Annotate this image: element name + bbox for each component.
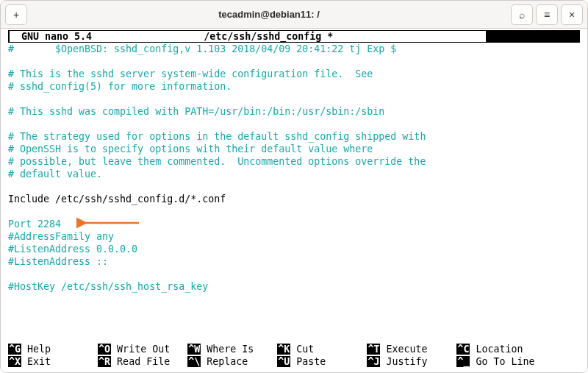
editor-line[interactable] [8,55,580,68]
shortcut-row: ^G Help ^O Write Out ^W Where Is ^K Cut … [8,343,580,355]
window-titlebar: + tecadmin@debian11: / ⌕ ≡ × [1,1,587,29]
shortcut-label: Exit [21,356,98,367]
editor-line[interactable]: # This is the sshd server system-wide co… [8,68,580,80]
shortcut-key: ^_ [456,356,470,367]
editor-content[interactable]: # $OpenBSD: sshd_config,v 1.103 2018/04/… [8,43,580,293]
editor-line[interactable]: # The strategy used for options in the d… [8,130,580,143]
new-tab-button[interactable]: + [5,4,27,25]
shortcut-key: ^U [277,356,290,367]
shortcut-label: Where Is [201,344,277,355]
editor-line[interactable]: # possible, but leave them commented. Un… [8,155,580,168]
editor-line[interactable]: # $OpenBSD: sshd_config,v 1.103 2018/04/… [8,43,580,55]
nano-shortcut-bar: ^G Help ^O Write Out ^W Where Is ^K Cut … [8,343,580,368]
shortcut-label: Execute [380,344,456,355]
shortcut-label: Go To Line [470,356,546,367]
nano-file-label: /etc/ssh/sshd_config * [204,31,333,42]
editor-line[interactable]: #ListenAddress 0.0.0.0 [8,243,580,255]
shortcut-key: ^G [8,344,21,355]
menu-button[interactable]: ≡ [536,4,558,25]
editor-line[interactable]: #HostKey /etc/ssh/ssh_host_rsa_key [8,280,580,293]
editor-line[interactable]: Include /etc/ssh/sshd_config.d/*.conf [8,193,580,205]
nano-header: GNU nano 5.4 /etc/ssh/sshd_config * [8,30,580,43]
shortcut-key: ^W [187,344,201,355]
shortcut-label: Cut [290,344,367,355]
hamburger-icon: ≡ [544,9,550,21]
shortcut-label: Replace [201,356,277,367]
shortcut-key: ^T [367,344,380,355]
shortcut-key: ^X [8,356,21,367]
editor-line[interactable]: Port 2284 [8,218,580,230]
shortcut-label: Location [470,344,546,355]
editor-line[interactable]: # default value. [8,168,580,180]
shortcut-row: ^X Exit ^R Read File ^\ Replace ^U Paste… [8,355,580,368]
editor-line[interactable]: # This sshd was compiled with PATH=/usr/… [8,105,580,118]
editor-line[interactable]: # OpenSSH is to specify options with the… [8,143,580,155]
shortcut-label: Write Out [111,344,187,355]
editor-line[interactable]: #ListenAddress :: [8,255,580,268]
editor-line[interactable] [8,93,580,105]
shortcut-label: Justify [380,356,456,367]
editor-line[interactable] [8,118,580,130]
shortcut-key: ^K [277,344,290,355]
shortcut-key: ^O [98,344,111,355]
shortcut-key: ^R [98,356,111,367]
search-button[interactable]: ⌕ [511,4,533,25]
editor-line[interactable] [8,268,580,280]
shortcut-label: Paste [290,356,367,367]
editor-line[interactable]: # sshd_config(5) for more information. [8,80,580,93]
editor-line[interactable] [8,180,580,193]
shortcut-key: ^\ [187,356,201,367]
close-button[interactable]: × [561,4,583,25]
search-icon: ⌕ [519,9,525,21]
shortcut-key: ^J [367,356,380,367]
window-title: tecadmin@debian11: / [30,9,508,20]
close-icon: × [569,9,575,21]
editor-line[interactable] [8,205,580,218]
shortcut-label: Help [21,344,98,355]
shortcut-key: ^C [456,344,470,355]
editor-line[interactable]: #AddressFamily any [8,230,580,243]
nano-app-label: GNU nano 5.4 [10,31,92,42]
shortcut-label: Read File [111,356,187,367]
terminal-area[interactable]: GNU nano 5.4 /etc/ssh/sshd_config * # $O… [1,29,587,372]
plus-icon: + [13,9,19,21]
